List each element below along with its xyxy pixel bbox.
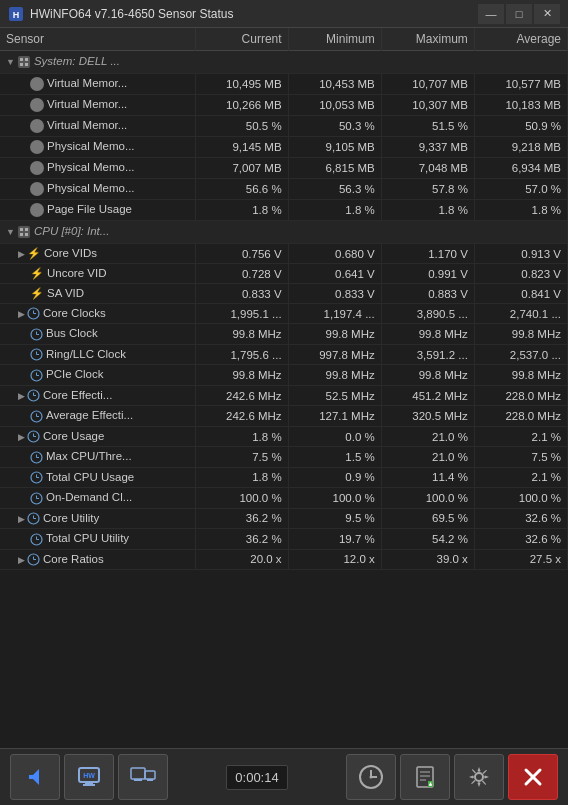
sensor-maximum: 99.8 MHz xyxy=(381,365,474,385)
sensor-maximum: 9,337 MB xyxy=(381,137,474,158)
sensor-name: Page File Usage xyxy=(47,203,132,215)
sensor-name: Max CPU/Thre... xyxy=(46,450,132,462)
table-row[interactable]: ▶Core Effecti...242.6 MHz52.5 MHz451.2 M… xyxy=(0,385,568,405)
svg-rect-5 xyxy=(20,63,23,66)
monitor2-button[interactable] xyxy=(118,754,168,800)
table-row[interactable]: ▶⚡Core VIDs0.756 V0.680 V1.170 V0.913 V xyxy=(0,244,568,264)
table-row[interactable]: Ring/LLC Clock1,795.6 ...997.8 MHz3,591.… xyxy=(0,344,568,364)
sensor-current: 100.0 % xyxy=(195,488,288,508)
sensor-name: PCIe Clock xyxy=(46,368,104,380)
titlebar: H HWiNFO64 v7.16-4650 Sensor Status — □ … xyxy=(0,0,568,28)
svg-rect-52 xyxy=(29,775,33,779)
section-label: CPU [#0]: Int... xyxy=(34,225,109,237)
lightning-icon: ⚡ xyxy=(30,287,44,299)
sensor-name: Physical Memo... xyxy=(47,161,135,173)
svg-rect-3 xyxy=(20,58,23,61)
sensor-average: 50.9 % xyxy=(474,116,567,137)
table-row[interactable]: Average Effecti...242.6 MHz127.1 MHz320.… xyxy=(0,406,568,426)
svg-rect-57 xyxy=(131,768,145,779)
sensor-name: Virtual Memor... xyxy=(47,77,127,89)
sensor-average: 2,740.1 ... xyxy=(474,304,567,324)
section-header-cpu[interactable]: ▼CPU [#0]: Int... xyxy=(0,221,568,244)
back-button[interactable] xyxy=(10,754,60,800)
sensor-maximum: 0.991 V xyxy=(381,264,474,284)
table-row[interactable]: Max CPU/Thre...7.5 %1.5 %21.0 %7.5 % xyxy=(0,447,568,467)
svg-rect-8 xyxy=(20,228,23,231)
sensor-name: Physical Memo... xyxy=(47,140,135,152)
table-row[interactable]: ▶Core Ratios20.0 x12.0 x39.0 x27.5 x xyxy=(0,549,568,569)
sensor-current: 9,145 MB xyxy=(195,137,288,158)
table-row[interactable]: Total CPU Utility36.2 %19.7 %54.2 %32.6 … xyxy=(0,529,568,549)
table-row[interactable]: Total CPU Usage1.8 %0.9 %11.4 %2.1 % xyxy=(0,467,568,487)
sensor-name-cell: Ring/LLC Clock xyxy=(0,344,195,364)
clock-icon xyxy=(27,512,43,524)
app-icon: H xyxy=(8,6,24,22)
sensor-current: 36.2 % xyxy=(195,508,288,528)
lightning-icon: ⚡ xyxy=(27,247,41,259)
sensor-current: 10,266 MB xyxy=(195,95,288,116)
table-row[interactable]: ▶Core Utility36.2 %9.5 %69.5 %32.6 % xyxy=(0,508,568,528)
maximize-button[interactable]: □ xyxy=(506,4,532,24)
sensor-average: 100.0 % xyxy=(474,488,567,508)
row-expand-arrow: ▶ xyxy=(18,309,25,319)
table-row[interactable]: ▶Core Usage1.8 %0.0 %21.0 %2.1 % xyxy=(0,426,568,446)
section-expand-arrow: ▼ xyxy=(6,57,15,67)
sensor-name-cell: Virtual Memor... xyxy=(0,95,195,116)
toolbar-left: HW xyxy=(10,754,168,800)
sensor-name-cell: Virtual Memor... xyxy=(0,74,195,95)
sensor-name: Core Effecti... xyxy=(43,389,112,401)
toolbar-right xyxy=(346,754,558,800)
table-row[interactable]: Physical Memo...9,145 MB9,105 MB9,337 MB… xyxy=(0,137,568,158)
sensor-maximum: 21.0 % xyxy=(381,426,474,446)
table-row[interactable]: Virtual Memor...10,266 MB10,053 MB10,307… xyxy=(0,95,568,116)
sensor-name: Average Effecti... xyxy=(46,409,133,421)
sensor-maximum: 320.5 MHz xyxy=(381,406,474,426)
titlebar-controls: — □ ✕ xyxy=(478,4,560,24)
table-row[interactable]: On-Demand Cl...100.0 %100.0 %100.0 %100.… xyxy=(0,488,568,508)
svg-point-72 xyxy=(475,773,483,781)
svg-rect-55 xyxy=(83,784,95,786)
svg-point-64 xyxy=(370,776,373,779)
table-row[interactable]: ▶Core Clocks1,995.1 ...1,197.4 ...3,890.… xyxy=(0,304,568,324)
table-row[interactable]: Virtual Memor...10,495 MB10,453 MB10,707… xyxy=(0,74,568,95)
sensor-minimum: 9,105 MB xyxy=(288,137,381,158)
svg-rect-7 xyxy=(18,226,30,238)
sensor-minimum: 100.0 % xyxy=(288,488,381,508)
sensor-minimum: 127.1 MHz xyxy=(288,406,381,426)
sensor-name-cell: ⚡SA VID xyxy=(0,284,195,304)
settings-button[interactable] xyxy=(454,754,504,800)
col-sensor: Sensor xyxy=(0,28,195,51)
monitor1-button[interactable]: HW xyxy=(64,754,114,800)
table-row[interactable]: ⚡Uncore VID0.728 V0.641 V0.991 V0.823 V xyxy=(0,264,568,284)
sensor-average: 228.0 MHz xyxy=(474,406,567,426)
sensor-name: Core Clocks xyxy=(43,307,106,319)
close-button[interactable]: ✕ xyxy=(534,4,560,24)
table-row[interactable]: Bus Clock99.8 MHz99.8 MHz99.8 MHz99.8 MH… xyxy=(0,324,568,344)
table-body: ▼System: DELL ...Virtual Memor...10,495 … xyxy=(0,51,568,570)
sensor-icon xyxy=(30,119,44,133)
section-header-system[interactable]: ▼System: DELL ... xyxy=(0,51,568,74)
table-row[interactable]: Page File Usage1.8 %1.8 %1.8 %1.8 % xyxy=(0,200,568,221)
clock-button[interactable] xyxy=(346,754,396,800)
table-row[interactable]: PCIe Clock99.8 MHz99.8 MHz99.8 MHz99.8 M… xyxy=(0,365,568,385)
clock-icon xyxy=(30,491,46,503)
section-label: System: DELL ... xyxy=(34,55,120,67)
table-row[interactable]: Virtual Memor...50.5 %50.3 %51.5 %50.9 % xyxy=(0,116,568,137)
sensor-name-cell: Virtual Memor... xyxy=(0,116,195,137)
table-row[interactable]: ⚡SA VID0.833 V0.833 V0.883 V0.841 V xyxy=(0,284,568,304)
sensor-maximum: 54.2 % xyxy=(381,529,474,549)
sensor-average: 2.1 % xyxy=(474,467,567,487)
sensor-name-cell: Bus Clock xyxy=(0,324,195,344)
titlebar-title: HWiNFO64 v7.16-4650 Sensor Status xyxy=(30,7,233,21)
svg-rect-60 xyxy=(147,779,153,781)
sensor-maximum: 1.170 V xyxy=(381,244,474,264)
titlebar-left: H HWiNFO64 v7.16-4650 Sensor Status xyxy=(8,6,233,22)
report-button[interactable] xyxy=(400,754,450,800)
minimize-button[interactable]: — xyxy=(478,4,504,24)
sensor-maximum: 10,707 MB xyxy=(381,74,474,95)
exit-button[interactable] xyxy=(508,754,558,800)
sensor-minimum: 12.0 x xyxy=(288,549,381,569)
sensor-minimum: 99.8 MHz xyxy=(288,365,381,385)
table-row[interactable]: Physical Memo...7,007 MB6,815 MB7,048 MB… xyxy=(0,158,568,179)
table-row[interactable]: Physical Memo...56.6 %56.3 %57.8 %57.0 % xyxy=(0,179,568,200)
